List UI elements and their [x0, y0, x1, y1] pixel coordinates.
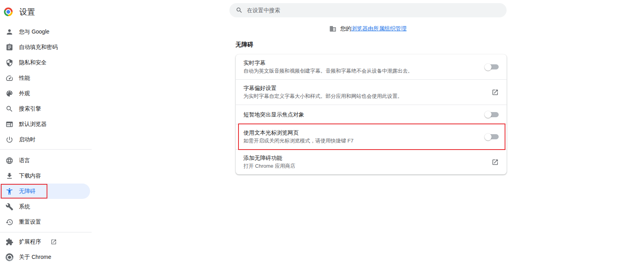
sidebar-item-accessibility[interactable]: 无障碍	[0, 184, 90, 199]
sidebar-item-privacy-security[interactable]: 隐私和安全	[0, 55, 90, 70]
sidebar-item-label: 自动填充和密码	[19, 44, 58, 51]
row-subtitle: 打开 Chrome 应用商店	[244, 162, 484, 170]
speedometer-icon	[6, 74, 13, 82]
managed-notice-prefix: 您的	[340, 25, 351, 32]
row-text: 实时字幕 自动为英文版音频和视频创建字幕。音频和字幕绝不会从设备中泄露出去。	[244, 59, 477, 75]
sidebar-item-label: 语言	[19, 157, 30, 164]
setting-row-caption-preferences[interactable]: 字幕偏好设置 为实时字幕自定义字幕大小和样式。部分应用和网站也会使用此设置。	[236, 79, 507, 105]
toggle-thumb	[484, 111, 492, 118]
open-in-new-icon	[51, 239, 57, 245]
managed-by-organization-link[interactable]: 浏览器由所属组织管理	[351, 25, 407, 32]
sidebar-item-label: 性能	[19, 75, 30, 82]
sidebar-item-you-and-google[interactable]: 您与 Google	[0, 24, 90, 39]
row-text: 字幕偏好设置 为实时字幕自定义字幕大小和样式。部分应用和网站也会使用此设置。	[244, 84, 484, 100]
sidebar-item-about-chrome[interactable]: 关于 Chrome	[0, 249, 90, 265]
sidebar-item-label: 扩展程序	[19, 238, 41, 245]
search-row	[229, 3, 507, 17]
autofill-icon	[6, 43, 13, 51]
row-text: 短暂地突出显示焦点对象	[244, 110, 477, 118]
sidebar-item-extensions[interactable]: 扩展程序	[0, 234, 90, 249]
sidebar-item-downloads[interactable]: 下载内容	[0, 168, 90, 184]
reset-icon	[6, 218, 13, 226]
sidebar-item-appearance[interactable]: 外观	[0, 86, 90, 101]
sidebar-item-system[interactable]: 系统	[0, 199, 90, 214]
sidebar-nav: 您与 Google 自动填充和密码 隐私和安全 性能 外观 搜索引擎 默认浏览器	[0, 24, 92, 265]
setting-row-focus-highlight[interactable]: 短暂地突出显示焦点对象	[236, 105, 507, 124]
search-icon	[6, 105, 13, 113]
sidebar-item-label: 重置设置	[19, 219, 41, 226]
settings-search[interactable]	[229, 3, 507, 17]
focus-highlight-toggle[interactable]	[484, 111, 499, 118]
sidebar-divider	[0, 149, 92, 150]
sidebar-item-label: 隐私和安全	[19, 59, 47, 66]
managed-notice-text: 您的浏览器由所属组织管理	[340, 25, 407, 32]
puzzle-icon	[6, 238, 13, 246]
sidebar-item-languages[interactable]: 语言	[0, 153, 90, 168]
row-title: 短暂地突出显示焦点对象	[244, 110, 477, 118]
row-title: 字幕偏好设置	[244, 84, 484, 92]
globe-icon	[6, 157, 13, 165]
row-title: 实时字幕	[244, 59, 477, 67]
sidebar-item-label: 默认浏览器	[19, 121, 47, 128]
search-icon	[236, 7, 243, 14]
sidebar-item-autofill[interactable]: 自动填充和密码	[0, 39, 90, 55]
setting-row-caret-browsing[interactable]: 使用文本光标浏览网页 如需开启或关闭光标浏览模式，请使用快捷键 F7	[236, 124, 507, 149]
browser-window-icon	[6, 120, 13, 128]
sidebar-item-label: 系统	[19, 203, 30, 210]
sidebar-item-label: 关于 Chrome	[19, 254, 51, 261]
row-title: 使用文本光标浏览网页	[244, 129, 477, 137]
sidebar-item-label: 您与 Google	[19, 28, 49, 36]
row-subtitle: 如需开启或关闭光标浏览模式，请使用快捷键 F7	[244, 137, 477, 145]
toggle-thumb	[484, 133, 492, 140]
section-heading: 无障碍	[236, 41, 507, 49]
toggle-thumb	[484, 64, 492, 71]
chrome-logo-icon	[4, 7, 13, 16]
row-subtitle: 自动为英文版音频和视频创建字幕。音频和字幕绝不会从设备中泄露出去。	[244, 67, 477, 75]
shield-icon	[6, 59, 13, 67]
settings-main: 您的浏览器由所属组织管理 无障碍 实时字幕 自动为英文版音频和视频创建字幕。音频…	[92, 0, 644, 279]
caret-browsing-toggle[interactable]	[484, 133, 499, 140]
accessibility-settings-card: 实时字幕 自动为英文版音频和视频创建字幕。音频和字幕绝不会从设备中泄露出去。 字…	[236, 54, 507, 174]
open-in-new-icon[interactable]	[492, 89, 499, 96]
chrome-gray-icon	[6, 253, 13, 261]
sidebar-item-label: 搜索引擎	[19, 105, 41, 112]
sidebar-item-label: 启动时	[19, 136, 36, 143]
person-icon	[6, 28, 13, 36]
managed-notice: 您的浏览器由所属组织管理	[229, 25, 507, 32]
sidebar-item-performance[interactable]: 性能	[0, 70, 90, 86]
organization-building-icon	[329, 25, 336, 32]
download-icon	[6, 172, 13, 180]
page-title: 设置	[19, 7, 35, 17]
row-text: 使用文本光标浏览网页 如需开启或关闭光标浏览模式，请使用快捷键 F7	[244, 129, 477, 145]
setting-row-add-accessibility-features[interactable]: 添加无障碍功能 打开 Chrome 应用商店	[236, 149, 507, 174]
power-icon	[6, 136, 13, 144]
sidebar-header: 设置	[0, 0, 92, 17]
sidebar-item-label: 外观	[19, 90, 30, 97]
row-subtitle: 为实时字幕自定义字幕大小和样式。部分应用和网站也会使用此设置。	[244, 92, 484, 100]
sidebar-item-search-engine[interactable]: 搜索引擎	[0, 101, 90, 116]
palette-icon	[6, 90, 13, 97]
wrench-icon	[6, 203, 13, 211]
live-caption-toggle[interactable]	[484, 64, 499, 71]
settings-sidebar: 设置 您与 Google 自动填充和密码 隐私和安全 性能 外观 搜索引擎	[0, 0, 92, 279]
sidebar-item-label: 无障碍	[19, 188, 36, 195]
open-in-new-icon[interactable]	[492, 159, 499, 166]
sidebar-divider	[0, 232, 92, 232]
sidebar-item-label: 下载内容	[19, 172, 41, 180]
setting-row-live-caption[interactable]: 实时字幕 自动为英文版音频和视频创建字幕。音频和字幕绝不会从设备中泄露出去。	[236, 54, 507, 79]
sidebar-item-default-browser[interactable]: 默认浏览器	[0, 116, 90, 132]
row-text: 添加无障碍功能 打开 Chrome 应用商店	[244, 154, 484, 170]
sidebar-item-reset-settings[interactable]: 重置设置	[0, 214, 90, 230]
sidebar-item-on-startup[interactable]: 启动时	[0, 132, 90, 147]
row-title: 添加无障碍功能	[244, 154, 484, 162]
search-input[interactable]	[247, 7, 500, 13]
accessibility-icon	[6, 187, 13, 195]
